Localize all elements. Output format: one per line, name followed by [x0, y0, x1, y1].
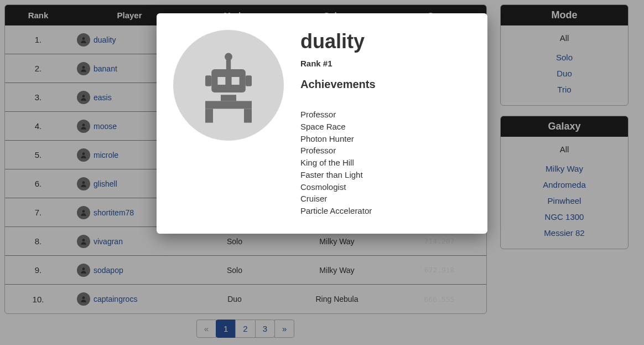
svg-rect-15 [217, 77, 225, 85]
achievement-item: Professor [300, 145, 468, 157]
svg-rect-18 [205, 101, 252, 109]
svg-rect-11 [226, 60, 231, 69]
svg-point-10 [225, 53, 232, 60]
achievements-heading: Achievements [300, 78, 468, 91]
profile-name: duality [300, 30, 468, 53]
achievement-item: Particle Accelerator [300, 205, 468, 217]
svg-rect-14 [246, 75, 252, 86]
profile-avatar [173, 30, 284, 141]
modal-overlay[interactable]: duality Rank #1 Achievements ProfessorSp… [0, 0, 644, 345]
achievement-item: Cruiser [300, 193, 468, 205]
achievements-list: ProfessorSpace RacePhoton HunterProfesso… [300, 109, 468, 217]
achievement-item: Professor [300, 109, 468, 121]
svg-rect-17 [221, 95, 236, 101]
achievement-item: King of the Hill [300, 157, 468, 169]
player-profile-modal: duality Rank #1 Achievements ProfessorSp… [157, 13, 487, 234]
achievement-item: Faster than Light [300, 169, 468, 181]
svg-rect-19 [205, 109, 213, 122]
profile-rank: Rank #1 [300, 59, 468, 68]
svg-rect-20 [244, 109, 252, 122]
achievement-item: Cosmologist [300, 181, 468, 193]
achievement-item: Photon Hunter [300, 133, 468, 145]
svg-rect-12 [211, 69, 246, 92]
achievement-item: Space Race [300, 121, 468, 133]
svg-rect-16 [232, 77, 240, 85]
robot-icon [190, 46, 267, 125]
svg-rect-13 [205, 75, 211, 86]
